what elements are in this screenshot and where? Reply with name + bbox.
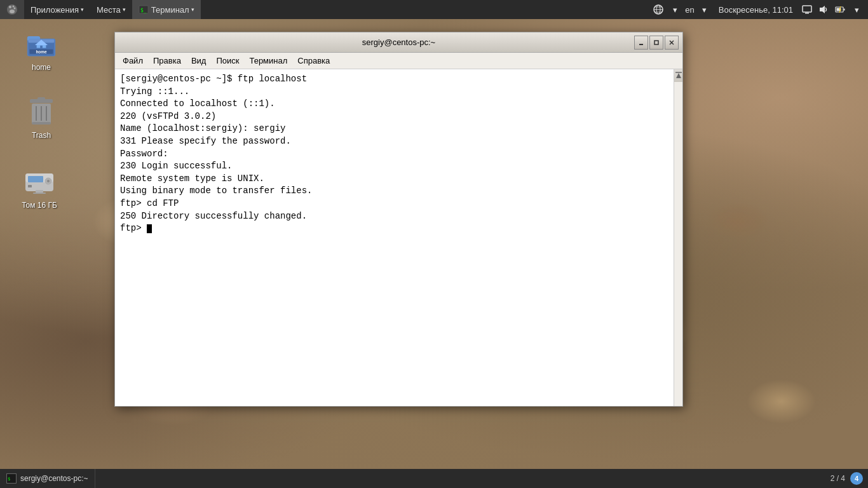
taskbar-bottom-left: $ sergiy@centos-pc:~ [0,469,95,488]
terminal-line: Password: [120,148,668,161]
svg-rect-16 [844,9,845,11]
taskbar-applications-menu[interactable]: Приложения ▾ [24,0,90,19]
taskbar-app-icon-area [0,0,24,19]
audio-icon[interactable] [817,3,830,16]
monitor-icon [802,4,812,15]
battery-icon [835,4,845,15]
terminal-line: ftp> cd FTP [120,198,668,210]
terminal-titlebar[interactable]: sergiy@centos-pc:~ [115,32,682,53]
terminal-line: ftp> [120,222,668,235]
terminal-menu-help[interactable]: Справка [292,55,335,67]
taskbar-menu: Приложения ▾ Места ▾ $_ Терминал ▾ [0,0,201,19]
taskbar-bottom: $ sergiy@centos-pc:~ 2 / 4 4 [0,469,868,488]
terminal-title: sergiy@centos-pc:~ [362,37,435,47]
terminal-line: Using binary mode to transfer files. [120,185,668,198]
terminal-line: 250 Directory successfully changed. [120,210,668,223]
power-icon[interactable] [834,3,846,16]
home-icon-label: home [29,62,53,72]
terminal-line: 331 Please specify the password. [120,135,668,148]
taskbar-places-menu[interactable]: Места ▾ [90,0,132,19]
home-folder-icon: home [26,29,57,60]
svg-rect-32 [32,122,51,125]
trash-icon-img [26,97,57,128]
network-dropdown-arrow[interactable]: ▾ [668,3,681,16]
terminal-minimize-button[interactable] [634,36,648,50]
lang-dropdown-arrow[interactable]: ▾ [698,3,711,16]
svg-marker-45 [676,73,681,78]
svg-rect-13 [805,13,809,14]
workspace-page-indicator: 2 / 4 [831,474,845,483]
speaker-icon [818,4,829,15]
svg-text:home: home [36,50,47,54]
drive-icon-img [24,167,55,198]
desktop: Приложения ▾ Места ▾ $_ Терминал ▾ [0,0,868,488]
terminal-scrollbar[interactable] [674,69,682,406]
taskbar-window-label: sergiy@centos-pc:~ [20,474,88,483]
taskbar-bottom-right: 2 / 4 4 [831,472,868,485]
terminal-menubar: Файл Правка Вид Поиск Терминал Справка [115,53,682,69]
terminal-line: [sergiy@centos-pc ~]$ ftp localhost [120,73,668,86]
terminal-line: Name (localhost:sergiy): sergiy [120,123,668,135]
svg-point-1 [9,6,11,8]
svg-marker-14 [820,6,825,13]
gnome-foot-icon [6,4,18,15]
svg-point-3 [14,8,16,10]
desktop-icon-trash[interactable]: Trash [16,97,67,140]
svg-point-4 [10,10,15,13]
svg-rect-12 [803,6,811,12]
scrollbar-up-button[interactable] [674,69,682,82]
terminal-menu-icon: $_ [139,4,149,15]
terminal-menu-file[interactable]: Файл [118,55,148,67]
trash-icon-label: Trash [29,130,53,140]
svg-rect-27 [37,97,45,100]
terminal-menu-view[interactable]: Вид [186,55,212,67]
svg-rect-38 [36,190,43,193]
network-icon[interactable] [652,3,665,16]
workspace-count-badge[interactable]: 4 [850,472,863,485]
terminal-cursor [147,224,152,233]
taskbar-top: Приложения ▾ Места ▾ $_ Терминал ▾ [0,0,868,19]
terminal-line: Trying ::1... [120,86,668,98]
drive-icon-label: Том 16 ГБ [19,200,60,210]
terminal-close-button[interactable] [665,36,679,50]
terminal-line: 230 Login successful. [120,160,668,173]
svg-point-37 [47,180,50,182]
desktop-icon-home[interactable]: home home [16,29,67,72]
globe-icon [653,4,664,15]
terminal-content[interactable]: [sergiy@centos-pc ~]$ ftp localhostTryin… [115,69,674,406]
desktop-icon-drive[interactable]: Том 16 ГБ [14,167,65,210]
power-dropdown-arrow[interactable]: ▾ [850,3,863,16]
svg-rect-40 [28,185,32,187]
terminal-window-mini-icon: $ [6,473,17,484]
terminal-menu-search[interactable]: Поиск [211,55,244,67]
terminal-controls [634,36,679,50]
datetime-display: Воскресенье, 11:01 [719,5,793,15]
terminal-menu-edit[interactable]: Правка [148,55,186,67]
terminal-maximize-button[interactable] [649,36,663,50]
taskbar-terminal-window-item[interactable]: $ sergiy@centos-pc:~ [0,469,95,488]
svg-rect-42 [654,41,658,44]
terminal-line: Remote system type is UNIX. [120,173,668,186]
terminal-window: sergiy@centos-pc:~ [114,32,683,407]
taskbar-terminal-menu[interactable]: $_ Терминал ▾ [132,0,201,19]
svg-point-2 [13,6,15,8]
svg-rect-35 [28,176,43,182]
terminal-line: 220 (vsFTPd 3.0.2) [120,111,668,123]
display-icon[interactable] [801,3,813,16]
terminal-body: [sergiy@centos-pc ~]$ ftp localhostTryin… [115,69,682,406]
terminal-menu-terminal[interactable]: Терминал [244,55,292,67]
taskbar-right: ▾ en ▾ Воскресенье, 11:01 [652,3,868,16]
svg-text:$: $ [8,477,10,482]
language-indicator[interactable]: en [685,5,694,15]
svg-text:$_: $_ [140,8,147,13]
terminal-line: Connected to localhost (::1). [120,98,668,111]
svg-rect-39 [33,193,46,194]
